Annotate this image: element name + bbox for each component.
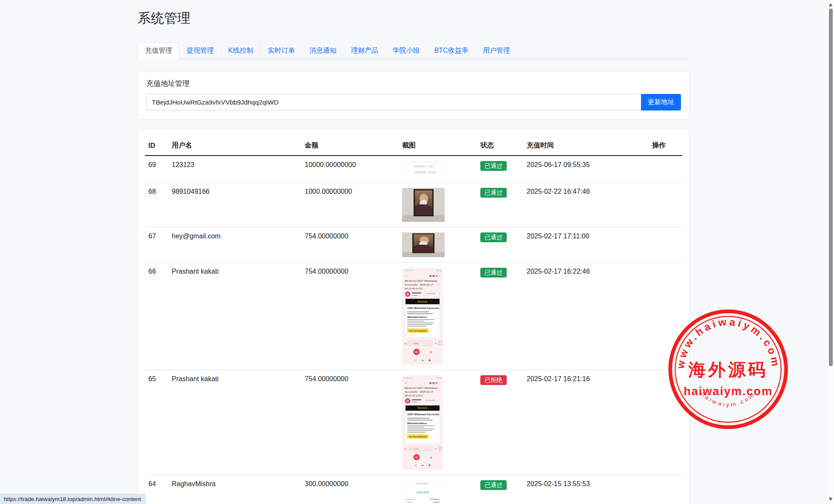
svg-text:BINANCE: BINANCE — [417, 300, 428, 303]
svg-text:⌄: ⌄ — [438, 482, 440, 485]
screenshot-thumbnail[interactable]: 2025/6/17 9:51 : 2025/6/17 16:09 : — [402, 161, 445, 177]
cell-actions — [649, 227, 682, 263]
col-header-screenshot: 截图 — [399, 136, 477, 156]
cell-id: 69 — [145, 156, 168, 183]
svg-text:◁: ◁ — [414, 464, 417, 467]
cell-time: 2025-02-15 13:55:53 — [523, 475, 649, 504]
cell-amount: 10000.00000000 — [301, 156, 399, 183]
svg-text:www.haiwaiym.com: www.haiwaiym.com — [675, 316, 782, 370]
svg-text:⧉: ⧉ — [430, 351, 432, 354]
recharge-address-panel: 充值地址管理 更新地址 — [138, 71, 689, 120]
svg-text:●: ● — [422, 464, 423, 467]
cell-username: 9891049166 — [168, 183, 301, 227]
cell-actions — [649, 156, 682, 183]
tab-academy-group[interactable]: 学院小组 — [386, 42, 427, 59]
screenshot-thumbnail[interactable]: BTC/USDT ⌄ +300.0000 — [402, 480, 443, 504]
svg-text:+300.0000: +300.0000 — [416, 491, 429, 494]
svg-text:■: ■ — [428, 359, 430, 362]
watermark-chinese-text: 海外源码 — [688, 360, 768, 380]
svg-text:Withdrawal Address:: Withdrawal Address: — [407, 316, 428, 318]
svg-text:■: ■ — [428, 464, 430, 467]
svg-text:1:48 ● # ⊕ ·: 1:48 ● # ⊕ · — [404, 377, 413, 379]
svg-text:[Binance] USDT Withdrawal: [Binance] USDT Withdrawal — [405, 279, 437, 282]
cell-actions — [649, 370, 682, 475]
tab-bar: 充值管理 提现管理 K线控制 实时订单 消息通知 理财产品 学院小组 BTC收益… — [138, 42, 689, 59]
cell-time: 2025-02-17 16:22:46 — [523, 263, 649, 370]
svg-text:88% ▮: 88% ▮ — [436, 269, 441, 272]
tab-message-notification[interactable]: 消息通知 — [302, 42, 344, 59]
svg-text:1:48 ● # ⊕ ·: 1:48 ● # ⊕ · — [404, 269, 414, 272]
svg-text:✉: ✉ — [415, 351, 418, 354]
scrollbar-down-arrow-icon[interactable] — [828, 498, 833, 501]
cell-id: 66 — [145, 263, 168, 370]
cell-time: 2025-02-17 17:11:00 — [523, 227, 649, 263]
status-badge: 已通过 — [480, 268, 507, 277]
page-title: 系统管理 — [138, 9, 689, 27]
svg-text:➤: ➤ — [435, 342, 437, 345]
status-badge: 已通过 — [480, 232, 507, 242]
cell-amount: 1000.00000000 — [301, 183, 399, 227]
svg-text:☺ + Reply: ☺ + Reply — [410, 448, 419, 450]
recharge-address-input[interactable] — [146, 94, 641, 110]
scrollbar[interactable] — [827, 0, 834, 504]
col-header-status: 状态 — [477, 136, 523, 156]
svg-text:2025/6/17 16:09: 2025/6/17 16:09 — [414, 171, 436, 174]
cell-username: 123123 — [168, 156, 301, 183]
svg-text:←: ← — [404, 274, 408, 277]
svg-text:⟲: ⟲ — [404, 448, 406, 450]
svg-text:◁: ◁ — [414, 359, 417, 362]
svg-text:Successful - 2025-02-17: Successful - 2025-02-17 — [405, 390, 434, 393]
cell-id: 64 — [145, 475, 168, 504]
screenshot-thumbnail[interactable]: 1:48 ● # ⊕ · 88% ▮ ← ▣ ▦ ⊠ ⋮ [Binance] U… — [402, 268, 443, 365]
col-header-time: 充值时间 — [523, 136, 649, 156]
screenshot-thumbnail[interactable] — [402, 232, 445, 257]
update-address-button[interactable]: 更新地址 — [641, 94, 681, 110]
svg-text:☆: ☆ — [438, 391, 440, 393]
recharge-records-table: ID 用户名 金额 截图 状态 充值时间 操作 69 123123 10000.… — [145, 136, 682, 504]
cell-time: 2025-06-17 09:55:35 — [523, 156, 649, 183]
tab-financial-products[interactable]: 理财产品 — [344, 42, 386, 59]
svg-text:⟲: ⟲ — [404, 343, 406, 345]
status-badge: 已通过 — [480, 480, 507, 490]
cell-id: 68 — [145, 183, 168, 227]
tab-recharge-management[interactable]: 充值管理 — [138, 42, 179, 59]
cell-amount: 754.00000000 — [301, 227, 399, 263]
recharge-records-panel: ID 用户名 金额 截图 状态 充值时间 操作 69 123123 10000.… — [138, 129, 689, 504]
svg-text:2025/6/17 9:51: 2025/6/17 9:51 — [414, 165, 434, 168]
svg-text:●: ● — [422, 359, 423, 362]
col-header-actions: 操作 — [649, 136, 682, 156]
svg-text:Unsubscribe: Unsubscribe — [426, 399, 436, 401]
svg-text:08:13:42 (UTC): 08:13:42 (UTC) — [405, 287, 423, 290]
table-row: 68 9891049166 1000.00000000 — [145, 183, 682, 227]
svg-text:BTC/USDT: BTC/USDT — [417, 482, 428, 485]
svg-text:⋮: ⋮ — [438, 292, 440, 295]
cell-id: 67 — [145, 227, 168, 263]
cell-amount: 754.00000000 — [301, 263, 399, 370]
svg-text:[Binance] USDT Withdrawal: [Binance] USDT Withdrawal — [405, 386, 437, 389]
svg-text:haiwaiym.com: haiwaiym.com — [700, 391, 756, 408]
table-row: 65 Prashant kakati 754.00000000 1:48 ● #… — [145, 370, 682, 475]
col-header-username: 用户名 — [168, 136, 301, 156]
table-row: 69 123123 10000.00000000 2025/6/17 9:51 … — [145, 156, 682, 183]
svg-text:▣ ▦ ⊠ ⋮: ▣ ▦ ⊠ ⋮ — [429, 275, 441, 277]
tab-withdrawal-management[interactable]: 提现管理 — [179, 42, 221, 59]
svg-text:B: B — [407, 293, 409, 296]
screenshot-thumbnail[interactable]: 1:48 ● # ⊕ · 88% ▮ ← ▣ ▦ ⊠ ⋮ [Binance] U… — [402, 375, 443, 470]
svg-text:Successful - 2025-02-17: Successful - 2025-02-17 — [405, 283, 434, 286]
svg-text:▣ ▦ ⊠ ⋮: ▣ ▦ ⊠ ⋮ — [429, 382, 441, 385]
svg-text:⧉: ⧉ — [430, 456, 432, 459]
main-content: 系统管理 充值管理 提现管理 K线控制 实时订单 消息通知 理财产品 学院小组 … — [138, 0, 689, 504]
scrollbar-up-arrow-icon[interactable] — [828, 3, 833, 6]
status-badge: 已通过 — [480, 161, 507, 171]
status-badge: 已通过 — [480, 188, 507, 198]
cell-actions — [649, 475, 682, 504]
svg-text:➤: ➤ — [435, 448, 437, 450]
tab-user-management[interactable]: 用户管理 — [476, 42, 517, 59]
screenshot-thumbnail[interactable] — [402, 188, 445, 222]
table-row: 66 Prashant kakati 754.00000000 1:48 ● #… — [145, 263, 682, 370]
scrollbar-thumb[interactable] — [829, 8, 833, 366]
address-panel-heading: 充值地址管理 — [146, 79, 681, 88]
tab-kline-control[interactable]: K线控制 — [221, 42, 261, 59]
tab-realtime-orders[interactable]: 实时订单 — [261, 42, 302, 59]
tab-btc-yield[interactable]: BTC收益率 — [427, 42, 476, 59]
